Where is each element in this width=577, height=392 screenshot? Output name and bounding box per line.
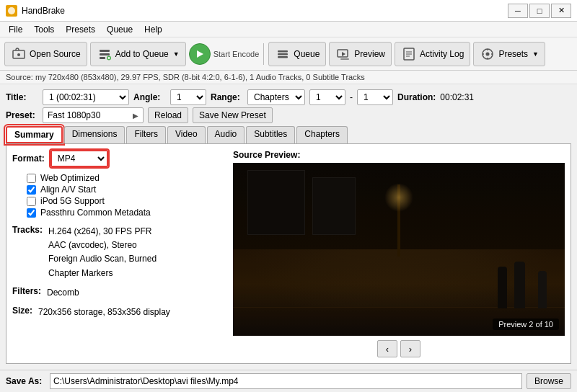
format-label: Format: xyxy=(12,153,45,164)
checkbox-passthru[interactable]: Passthru Common Metadata xyxy=(27,208,221,218)
preview-prev-button[interactable]: ‹ xyxy=(377,340,397,357)
tracks-label: Tracks: xyxy=(12,225,43,278)
maximize-button[interactable]: □ xyxy=(529,4,550,18)
format-row: Format: MP4 MKV WebM xyxy=(12,150,221,167)
range-type-select[interactable]: Chapters xyxy=(247,89,305,105)
activity-log-icon xyxy=(401,46,417,62)
title-row: Title: 1 (00:02:31) Angle: 1 Range: Chap… xyxy=(6,89,571,105)
preview-badge: Preview 2 of 10 xyxy=(493,318,559,330)
minimize-button[interactable]: ─ xyxy=(508,4,528,18)
svg-rect-9 xyxy=(278,53,288,55)
menu-queue[interactable]: Queue xyxy=(101,23,138,36)
save-as-label: Save As: xyxy=(6,376,45,386)
preview-next-button[interactable]: › xyxy=(400,340,420,357)
open-source-icon xyxy=(11,46,27,62)
size-label: Size: xyxy=(12,306,32,317)
activity-log-button[interactable]: Activity Log xyxy=(395,42,470,66)
filters-section: Filters: Decomb xyxy=(12,286,221,300)
browse-button[interactable]: Browse xyxy=(527,373,571,389)
svg-rect-12 xyxy=(340,58,349,60)
title-select[interactable]: 1 (00:02:31) xyxy=(43,89,129,105)
tracks-line-3: Chapter Markers xyxy=(48,267,157,280)
svg-rect-3 xyxy=(100,50,110,52)
add-queue-dropdown-arrow: ▼ xyxy=(173,50,180,58)
filters-label: Filters: xyxy=(12,286,41,298)
add-to-queue-button[interactable]: Add to Queue ▼ xyxy=(90,42,186,66)
preset-arrow: ▶ xyxy=(133,112,138,120)
scene-overlay xyxy=(233,163,565,336)
size-section: Size: 720x356 storage, 853x356 display xyxy=(12,306,221,319)
tab-subtitles[interactable]: Subtitles xyxy=(246,126,295,143)
checkbox-ipod[interactable]: iPod 5G Support xyxy=(27,196,221,206)
save-as-row: Save As: Browse xyxy=(0,370,577,392)
angle-label: Angle: xyxy=(133,92,166,102)
range-from-select[interactable]: 1 xyxy=(309,89,345,105)
presets-icon xyxy=(480,46,495,62)
tracks-section: Tracks: H.264 (x264), 30 FPS PFR AAC (av… xyxy=(12,225,221,280)
tab-dimensions[interactable]: Dimensions xyxy=(64,126,125,143)
tracks-line-0: H.264 (x264), 30 FPS PFR xyxy=(48,225,157,239)
add-queue-icon xyxy=(97,46,113,62)
app-title: HandBrake xyxy=(22,6,65,16)
source-bar: Source: my 720x480 (853x480), 29.97 FPS,… xyxy=(0,71,577,84)
preview-icon xyxy=(335,46,351,62)
range-label: Range: xyxy=(211,92,243,102)
start-encode-label: Start Encode xyxy=(213,50,260,58)
size-value: 720x356 storage, 853x356 display xyxy=(38,306,170,319)
tab-summary[interactable]: Summary xyxy=(6,126,63,143)
toolbar: Open Source Add to Queue ▼ Start Encode … xyxy=(0,37,577,71)
svg-rect-8 xyxy=(278,50,288,53)
filters-value: Decomb xyxy=(47,286,79,300)
tab-chapters[interactable]: Chapters xyxy=(296,126,348,143)
range-separator: - xyxy=(350,92,353,102)
left-pane: Format: MP4 MKV WebM Web Optimized Align… xyxy=(12,150,221,357)
start-encode-button[interactable] xyxy=(189,43,211,65)
reload-button[interactable]: Reload xyxy=(148,107,188,123)
preset-selector[interactable]: Fast 1080p30 ▶ xyxy=(43,107,144,123)
menu-presets[interactable]: Presets xyxy=(60,23,101,36)
preset-label: Preset: xyxy=(6,110,38,120)
save-new-preset-button[interactable]: Save New Preset xyxy=(193,107,273,123)
app-icon xyxy=(6,5,17,17)
format-select[interactable]: MP4 MKV WebM xyxy=(50,150,108,167)
close-button[interactable]: ✕ xyxy=(551,4,571,18)
tab-filters[interactable]: Filters xyxy=(126,126,166,143)
right-pane: Source Preview: xyxy=(233,150,565,357)
menu-file[interactable]: File xyxy=(3,23,28,36)
svg-rect-5 xyxy=(100,57,105,59)
svg-rect-4 xyxy=(100,53,110,55)
separator-1 xyxy=(263,43,264,65)
tabs-bar: Summary Dimensions Filters Video Audio S… xyxy=(6,126,571,143)
svg-marker-7 xyxy=(197,50,203,58)
menu-bar: File Tools Presets Queue Help xyxy=(0,22,577,37)
svg-rect-10 xyxy=(278,56,288,58)
tab-content: Format: MP4 MKV WebM Web Optimized Align… xyxy=(6,143,571,364)
duration-label: Duration: xyxy=(397,92,436,102)
preview-scene xyxy=(233,163,565,336)
tab-audio[interactable]: Audio xyxy=(207,126,245,143)
main-area: Title: 1 (00:02:31) Angle: 1 Range: Chap… xyxy=(0,84,577,367)
checkbox-web-optimized[interactable]: Web Optimized xyxy=(27,173,221,183)
presets-button[interactable]: Presets ▼ xyxy=(473,42,545,66)
svg-point-2 xyxy=(17,53,20,56)
title-bar: HandBrake ─ □ ✕ xyxy=(0,0,577,22)
queue-button[interactable]: Queue xyxy=(268,42,326,66)
preview-nav: ‹ › xyxy=(233,340,565,357)
menu-help[interactable]: Help xyxy=(138,23,168,36)
checkbox-align-av[interactable]: Align A/V Start xyxy=(27,184,221,195)
duration-value: 00:02:31 xyxy=(440,92,474,102)
preview-container: Preview 2 of 10 xyxy=(233,163,565,336)
open-source-button[interactable]: Open Source xyxy=(4,42,87,66)
save-as-input[interactable] xyxy=(50,373,522,389)
title-label: Title: xyxy=(6,92,38,102)
menu-tools[interactable]: Tools xyxy=(28,23,60,36)
angle-select[interactable]: 1 xyxy=(170,89,206,105)
queue-icon xyxy=(275,46,291,62)
range-to-select[interactable]: 1 xyxy=(357,89,393,105)
preview-button[interactable]: Preview xyxy=(329,42,392,66)
tracks-line-2: Foreign Audio Scan, Burned xyxy=(48,252,157,266)
preview-label: Source Preview: xyxy=(233,150,565,160)
tab-video[interactable]: Video xyxy=(167,126,205,143)
window-controls: ─ □ ✕ xyxy=(508,4,571,18)
presets-dropdown-arrow: ▼ xyxy=(532,50,539,58)
